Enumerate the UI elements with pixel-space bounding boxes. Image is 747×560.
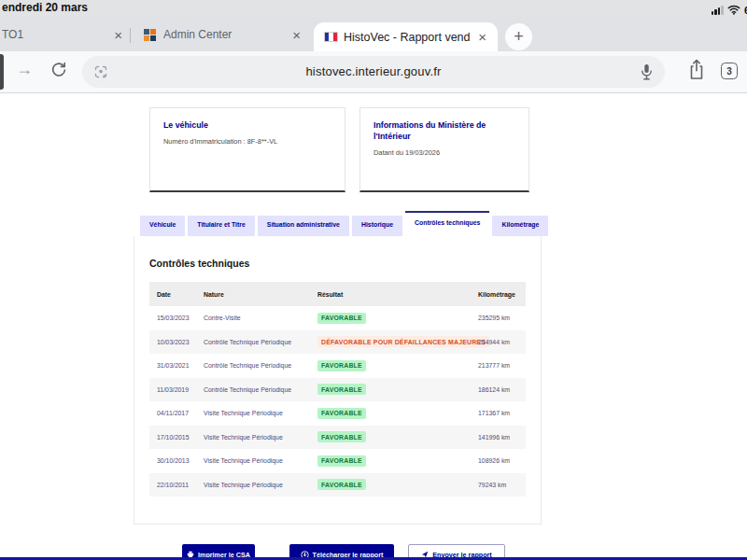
cell-result: FAVORABLE: [310, 408, 471, 419]
report-tab-historique[interactable]: Historique: [352, 216, 402, 236]
report-container: Le véhicule Numéro d'immatriculation : 8…: [134, 93, 542, 560]
table-row: 30/10/2013Visite Technique PériodiqueFAV…: [149, 449, 526, 473]
section-title: Contrôles techniques: [149, 258, 249, 269]
technical-inspections-table: DateNatureRésultatKilométrage 15/03/2023…: [149, 282, 526, 497]
cell-nature: Contrôle Technique Périodique: [196, 362, 310, 369]
tab-title: TO1: [0, 28, 110, 41]
close-icon[interactable]: ×: [289, 28, 304, 42]
cell-date: 11/03/2019: [149, 386, 196, 393]
cell-date: 15/03/2023: [149, 315, 196, 321]
cell-kilometrage: 141996 km: [471, 434, 526, 441]
cell-result: FAVORABLE: [310, 455, 471, 467]
vehicle-card-title: Le véhicule: [163, 120, 331, 132]
ministry-card-title: Informations du Ministère de l'Intérieur: [374, 120, 515, 143]
cell-kilometrage: 213777 km: [471, 362, 526, 369]
edge-clipped-button: [0, 54, 4, 90]
column-header: Date: [149, 291, 196, 298]
microphone-icon[interactable]: [641, 63, 653, 84]
close-icon[interactable]: ×: [474, 30, 490, 44]
ministry-card: Informations du Ministère de l'Intérieur…: [359, 107, 529, 192]
cell-kilometrage: 171367 km: [471, 410, 526, 416]
cell-result: DÉFAVORABLE POUR DÉFAILLANCES MAJEURES: [310, 336, 471, 347]
url-field[interactable]: histovec.interieur.gouv.fr: [82, 56, 665, 88]
cell-nature: Contrôle Technique Périodique: [196, 339, 310, 345]
report-tabs: VéhiculeTitulaire et TitreSituation admi…: [140, 211, 548, 236]
browser-toolbar: → histovec.interieur.gouv.fr: [0, 51, 747, 93]
table-row: 17/10/2015Visite Technique PériodiqueFAV…: [149, 426, 526, 450]
result-badge: FAVORABLE: [317, 408, 366, 419]
table-row: 10/03/2023Contrôle Technique PériodiqueD…: [149, 330, 526, 355]
cell-kilometrage: 79243 km: [471, 482, 526, 488]
browser-window: endredi 20 mars 6 TO1 × Admin Center ×: [0, 0, 747, 560]
cell-result: FAVORABLE: [310, 384, 471, 395]
cell-nature: Visite Technique Périodique: [196, 410, 310, 416]
browser-tab-strip: TO1 × Admin Center × HistoVec - Rapport …: [0, 17, 747, 51]
tab-switcher-button[interactable]: 3: [721, 63, 738, 79]
cell-kilometrage: 235295 km: [471, 315, 526, 321]
ct-table-body: 15/03/2023Contre-VisiteFAVORABLE235295 k…: [149, 306, 526, 497]
cell-result: FAVORABLE: [310, 479, 471, 490]
column-header: Résultat: [310, 291, 471, 298]
table-header-row: DateNatureRésultatKilométrage: [149, 282, 526, 306]
cell-nature: Contrôle Technique Périodique: [196, 386, 310, 393]
vehicle-card: Le véhicule Numéro d'immatriculation : 8…: [149, 107, 345, 192]
browser-tab-to1[interactable]: TO1 ×: [0, 24, 126, 45]
report-tab-kilom-trage[interactable]: Kilométrage: [492, 216, 548, 236]
table-row: 15/03/2023Contre-VisiteFAVORABLE235295 k…: [149, 306, 526, 330]
report-tab-titulaire-et-titre[interactable]: Titulaire et Titre: [188, 216, 254, 236]
table-row: 11/03/2019Contrôle Technique PériodiqueF…: [149, 378, 526, 402]
histovec-page: Le véhicule Numéro d'immatriculation : 8…: [0, 93, 747, 560]
column-header: Kilométrage: [471, 291, 526, 298]
result-badge: DÉFAVORABLE POUR DÉFAILLANCES MAJEURES: [317, 336, 489, 347]
cell-result: FAVORABLE: [310, 360, 471, 371]
cell-result: FAVORABLE: [310, 431, 471, 442]
browser-tab-admin-center[interactable]: Admin Center ×: [144, 24, 304, 45]
result-badge: FAVORABLE: [317, 360, 366, 371]
cell-date: 30/10/2013: [149, 457, 196, 464]
cell-result: FAVORABLE: [310, 313, 471, 324]
registration-number: Numéro d'immatriculation : 8F-8**-VL: [163, 137, 331, 146]
report-tab-situation-administrative[interactable]: Situation administrative: [258, 216, 349, 236]
french-flag-favicon: [325, 33, 337, 41]
table-row: 22/10/2011Visite Technique PériodiqueFAV…: [149, 473, 526, 497]
cellular-signal-icon: [712, 6, 724, 15]
forward-icon[interactable]: →: [16, 60, 33, 79]
close-icon[interactable]: ×: [110, 28, 126, 42]
cell-date: 10/03/2023: [149, 339, 196, 345]
cell-date: 17/10/2015: [149, 434, 196, 441]
cell-date: 22/10/2011: [149, 482, 196, 488]
share-icon[interactable]: [688, 59, 705, 84]
cell-nature: Visite Technique Périodique: [196, 482, 310, 488]
status-date: endredi 20 mars: [2, 1, 88, 14]
result-badge: FAVORABLE: [317, 455, 366, 467]
report-tab-contr-les-techniques[interactable]: Contrôles techniques: [405, 211, 489, 236]
cell-nature: Visite Technique Périodique: [196, 457, 310, 464]
status-bar: endredi 20 mars 6: [0, 0, 747, 17]
admin-center-favicon: [144, 29, 156, 41]
browser-tab-histovec-active[interactable]: HistoVec - Rapport vend ×: [314, 22, 498, 51]
column-header: Nature: [196, 291, 310, 298]
result-badge: FAVORABLE: [317, 384, 366, 395]
cell-date: 31/03/2021: [149, 362, 196, 369]
cell-kilometrage: 108926 km: [471, 457, 526, 464]
cell-kilometrage: 186124 km: [471, 386, 526, 393]
report-date: Datant du 19/03/2026: [374, 148, 515, 157]
tab-title: Admin Center: [163, 28, 289, 41]
reload-icon[interactable]: [50, 62, 67, 82]
result-badge: FAVORABLE: [317, 313, 366, 324]
report-tab-v-hicule[interactable]: Véhicule: [140, 216, 185, 236]
tab-title: HistoVec - Rapport vend: [344, 31, 474, 44]
url-text: histovec.interieur.gouv.fr: [82, 64, 665, 78]
cell-nature: Visite Technique Périodique: [196, 434, 310, 441]
cell-kilometrage: 234944 km: [471, 339, 526, 345]
result-badge: FAVORABLE: [317, 479, 366, 490]
tab-divider: [130, 28, 131, 43]
result-badge: FAVORABLE: [317, 431, 366, 442]
cell-nature: Contre-Visite: [196, 315, 310, 321]
table-row: 31/03/2021Contrôle Technique PériodiqueF…: [149, 354, 526, 378]
cell-date: 04/11/2017: [149, 410, 196, 416]
new-tab-button[interactable]: +: [505, 23, 532, 50]
table-row: 04/11/2017Visite Technique PériodiqueFAV…: [149, 401, 526, 426]
